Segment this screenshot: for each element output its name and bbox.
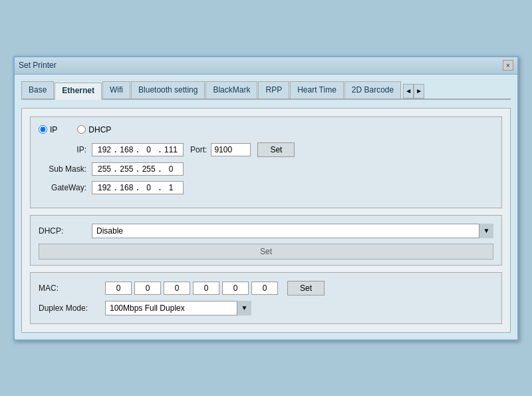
dhcp-set-button[interactable]: Set	[39, 244, 493, 260]
tab-wifi[interactable]: Wifi	[102, 81, 130, 99]
duplex-select[interactable]: 100Mbps Full Duplex 10Mbps Full Duplex 1…	[105, 301, 251, 315]
duplex-label: Duplex Mode:	[39, 303, 105, 313]
mac-part-4[interactable]	[193, 282, 219, 295]
ip-part-4[interactable]	[162, 145, 180, 154]
tab-nav: ◄ ►	[403, 84, 424, 99]
mac-part-1[interactable]	[105, 282, 132, 295]
close-button[interactable]: ×	[503, 60, 513, 71]
mac-label: MAC:	[39, 284, 105, 293]
ip-field-row: IP: . . . Port: Set	[39, 142, 493, 157]
tab-rpp[interactable]: RPP	[258, 81, 289, 99]
window-title: Set Printer	[19, 61, 57, 70]
tab-prev-button[interactable]: ◄	[403, 84, 414, 99]
submask-part-2[interactable]	[117, 164, 136, 174]
ip-set-button[interactable]: Set	[257, 142, 295, 157]
mac-row: MAC: Set	[39, 281, 493, 296]
tab-2dbarcode[interactable]: 2D Barcode	[344, 81, 401, 99]
mac-part-5[interactable]	[222, 282, 249, 295]
window-body: Base Ethernet Wifi Bluetooth setting Bla…	[15, 75, 517, 339]
gateway-field-row: GateWay: . . .	[39, 181, 493, 194]
mac-set-button[interactable]: Set	[287, 281, 325, 296]
gateway-part-1[interactable]	[95, 183, 114, 192]
ip-label: IP:	[39, 145, 92, 154]
tab-hearttime[interactable]: Heart Time	[290, 81, 344, 99]
dhcp-select[interactable]: Disable Enable	[92, 224, 493, 238]
ip-radio-input[interactable]	[39, 125, 47, 134]
submask-label: Sub Mask:	[39, 164, 92, 174]
ip-mode-radio-row: IP DHCP	[39, 125, 493, 134]
submask-input-group: . . .	[92, 162, 184, 176]
gateway-part-3[interactable]	[140, 183, 158, 192]
port-input[interactable]	[211, 143, 251, 156]
dhcp-radio-input[interactable]	[77, 125, 86, 134]
submask-part-4[interactable]	[162, 164, 180, 174]
tab-bluetooth[interactable]: Bluetooth setting	[131, 81, 205, 99]
dhcp-radio-label: DHCP	[88, 125, 111, 134]
ip-part-2[interactable]	[117, 145, 136, 154]
mac-part-6[interactable]	[251, 282, 278, 295]
tabs-bar: Base Ethernet Wifi Bluetooth setting Bla…	[21, 81, 511, 100]
tab-ethernet[interactable]: Ethernet	[55, 83, 102, 100]
mac-section: MAC: Set Duplex Mode: 100Mbps Full Duple…	[30, 272, 502, 324]
duplex-row: Duplex Mode: 100Mbps Full Duplex 10Mbps …	[39, 301, 493, 315]
port-label: Port:	[190, 145, 207, 154]
ip-part-3[interactable]	[140, 145, 158, 154]
ip-radio-option[interactable]: IP	[39, 125, 57, 134]
dhcp-section: DHCP: Disable Enable ▼ Set	[30, 215, 502, 266]
gateway-input-group: . . .	[92, 181, 184, 194]
content-area: IP DHCP IP: . . .	[21, 108, 511, 333]
ip-input-group: . . .	[92, 143, 184, 156]
tab-blackmark[interactable]: BlackMark	[205, 81, 257, 99]
dhcp-row: DHCP: Disable Enable ▼	[39, 224, 493, 238]
gateway-part-4[interactable]	[162, 183, 180, 192]
dhcp-label: DHCP:	[39, 226, 92, 236]
titlebar: Set Printer ×	[15, 57, 517, 75]
mac-part-2[interactable]	[134, 282, 161, 295]
set-printer-window: Set Printer × Base Ethernet Wifi Bluetoo…	[13, 56, 519, 341]
mac-part-3[interactable]	[164, 282, 190, 295]
ip-part-1[interactable]	[95, 145, 114, 154]
gateway-label: GateWay:	[39, 183, 92, 192]
ip-radio-label: IP	[50, 125, 57, 134]
submask-part-3[interactable]	[140, 164, 158, 174]
ip-section: IP DHCP IP: . . .	[30, 116, 502, 208]
dhcp-select-wrapper: Disable Enable ▼	[92, 224, 493, 238]
gateway-part-2[interactable]	[117, 183, 136, 192]
tab-base[interactable]: Base	[21, 81, 54, 99]
submask-part-1[interactable]	[95, 164, 114, 174]
tab-next-button[interactable]: ►	[414, 84, 424, 99]
duplex-select-wrapper: 100Mbps Full Duplex 10Mbps Full Duplex 1…	[105, 301, 251, 315]
submask-field-row: Sub Mask: . . .	[39, 162, 493, 176]
dhcp-radio-option[interactable]: DHCP	[77, 125, 111, 134]
